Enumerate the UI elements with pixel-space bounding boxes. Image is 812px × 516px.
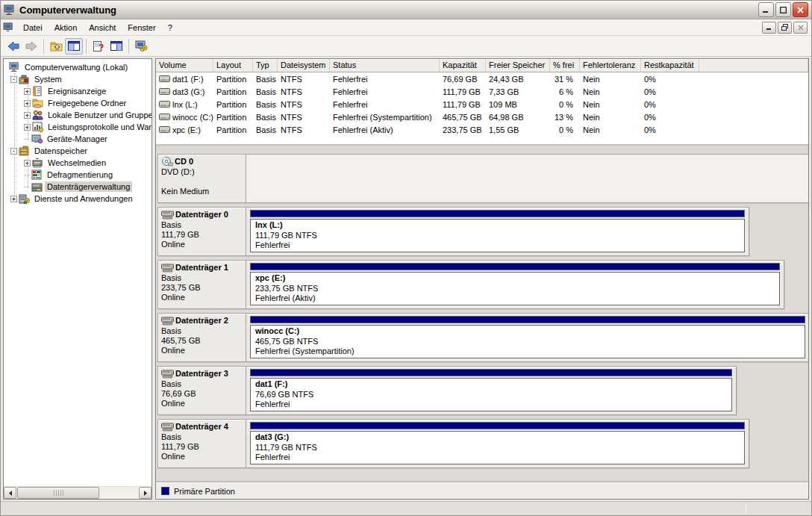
defrag-icon [31, 170, 43, 180]
menu-datei[interactable]: Datei [17, 21, 49, 34]
scrollbar-grip [54, 490, 63, 496]
column-header-restkapazitaet[interactable]: Restkapazität [641, 59, 699, 72]
disk-management-panel: Volume Layout Typ Dateisystem Status Kap… [155, 58, 809, 500]
primary-partition-band [250, 422, 745, 429]
forward-button[interactable] [22, 38, 40, 55]
tree-item-computerverwaltung-lokal[interactable]: Computerverwaltung (Lokal) [4, 61, 152, 73]
tree-connector [24, 175, 30, 175]
mdi-close-button[interactable] [793, 22, 808, 34]
tree-item-dienste-und-anwendungen[interactable]: + Dienste und Anwendungen [4, 193, 152, 205]
toolbar: ? [1, 36, 811, 57]
cd-drive-label[interactable]: CD 0 DVD (D:) Kein Medium [158, 155, 246, 202]
tree-item-datenspeicher[interactable]: - Datenspeicher [4, 145, 152, 157]
volume-row-lnx[interactable]: lnx (L:) Partition Basis NTFS Fehlerfrei… [156, 98, 808, 111]
disk-icon [161, 370, 174, 379]
mdi-minimize-button[interactable] [762, 22, 776, 34]
cd-media-area[interactable] [246, 155, 808, 202]
help-button[interactable]: ? [90, 38, 107, 55]
title-bar: Computerverwaltung [1, 1, 811, 19]
up-folder-icon [50, 41, 63, 52]
menu-bar: Datei Aktion Ansicht Fenster ? [1, 19, 811, 36]
disk-2-volume-info[interactable]: winocc (C:) 465,75 GB NTFS Fehlerfrei (S… [250, 325, 805, 358]
tree-item-datentraegerverwaltung[interactable]: Datenträgerverwaltung [4, 181, 152, 193]
tree-item-freigegebene-ordner[interactable]: + Freigegebene Ordner [4, 97, 152, 109]
column-header-layout[interactable]: Layout [213, 59, 253, 72]
tree-item-system[interactable]: - System [4, 73, 152, 85]
column-header-dateisystem[interactable]: Dateisystem [278, 59, 330, 72]
volume-row-winocc[interactable]: winocc (C:) Partition Basis NTFS Fehlerf… [156, 111, 808, 123]
menu-hilfe[interactable]: ? [162, 21, 178, 34]
tree-guide-line [28, 157, 28, 188]
disk-1-volume-info[interactable]: xpc (E:) 233,75 GB NTFS Fehlerfrei (Akti… [250, 272, 780, 305]
show-hide-console-tree-button[interactable] [65, 38, 83, 55]
disk-2-label[interactable]: Datenträger 2 Basis 465,75 GB Online [158, 314, 246, 361]
window-title: Computerverwaltung [19, 4, 758, 16]
column-header-volume[interactable]: Volume [156, 59, 213, 72]
tree-item-wechselmedien[interactable]: + Wechselmedien [4, 157, 152, 169]
scroll-left-button[interactable] [4, 487, 16, 499]
menu-fenster[interactable]: Fenster [122, 21, 161, 34]
cd-icon [161, 157, 173, 167]
maximize-button[interactable] [775, 2, 791, 17]
cd-medium-status: Kein Medium [161, 187, 243, 196]
pane-splitter[interactable] [156, 144, 808, 152]
local-users-icon [32, 110, 43, 120]
mdi-child-icon[interactable] [3, 22, 14, 33]
column-header-freier-speicher[interactable]: Freier Speicher [486, 59, 550, 72]
tree-connector [24, 139, 30, 140]
scroll-right-button[interactable] [139, 487, 152, 499]
drive-icon [159, 114, 170, 120]
column-header-prozent-frei[interactable]: % frei [550, 59, 580, 72]
disk-3-volume-info[interactable]: dat1 (F:) 76,69 GB NTFS Fehlerfrei [250, 378, 732, 411]
disk-icon [161, 317, 174, 326]
disk-0-volume-info[interactable]: lnx (L:) 111,79 GB NTFS Fehlerfrei [250, 219, 745, 252]
performance-logs-icon [32, 122, 43, 132]
window-bottom-frame [1, 501, 811, 515]
disk-0-label[interactable]: Datenträger 0 Basis 111,79 GB Online [158, 208, 246, 255]
disk-4-partition[interactable]: dat3 (G:) 111,79 GB NTFS Fehlerfrei [246, 420, 749, 467]
scrollbar-thumb[interactable] [17, 487, 99, 499]
drive-icon [159, 126, 170, 133]
toolbar-separator [128, 39, 129, 54]
tree-item-ereignisanzeige[interactable]: + Ereignisanzeige [4, 85, 152, 97]
column-header-kapazitaet[interactable]: Kapazität [440, 59, 486, 72]
mdi-restore-button[interactable] [778, 22, 792, 34]
application-icon [4, 4, 16, 16]
disk-icon [161, 264, 174, 273]
disk-4-label[interactable]: Datenträger 4 Basis 111,79 GB Online [158, 420, 246, 467]
tree-item-leistungsprotokolle[interactable]: + Leistungsprotokolle und War [4, 121, 152, 133]
column-header-fehlertoleranz[interactable]: Fehlertoleranz [580, 59, 641, 72]
disk-4-volume-info[interactable]: dat3 (G:) 111,79 GB NTFS Fehlerfrei [250, 431, 745, 464]
disk-icon [161, 423, 174, 432]
menu-aktion[interactable]: Aktion [49, 21, 84, 34]
disk-2-partition[interactable]: winocc (C:) 465,75 GB NTFS Fehlerfrei (S… [246, 314, 808, 361]
disk-1-partition[interactable]: xpc (E:) 233,75 GB NTFS Fehlerfrei (Akti… [246, 261, 784, 308]
tree-item-defragmentierung[interactable]: Defragmentierung [4, 169, 152, 181]
system-tools-icon [19, 74, 30, 84]
close-button[interactable] [793, 2, 808, 17]
volume-row-xpc[interactable]: xpc (E:) Partition Basis NTFS Fehlerfrei… [156, 123, 808, 136]
primary-partition-band [250, 263, 780, 270]
cd-drive-row: CD 0 DVD (D:) Kein Medium [157, 154, 808, 203]
minimize-button[interactable] [758, 2, 774, 17]
column-header-typ[interactable]: Typ [253, 59, 278, 72]
back-button[interactable] [4, 38, 22, 55]
console-window-button[interactable] [132, 38, 150, 55]
console-tree-panel: Computerverwaltung (Lokal) - System + Er… [3, 58, 152, 500]
show-hide-detail-pane-button[interactable] [107, 38, 125, 55]
disk-1-row: Datenträger 1 Basis 233,75 GB Online xpc… [157, 260, 784, 309]
volume-row-dat1[interactable]: dat1 (F:) Partition Basis NTFS Fehlerfre… [156, 72, 808, 85]
menu-ansicht[interactable]: Ansicht [83, 21, 122, 34]
disk-3-label[interactable]: Datenträger 3 Basis 76,69 GB Online [158, 367, 246, 414]
graphical-view: CD 0 DVD (D:) Kein Medium Datenträger 0 … [156, 152, 808, 482]
scrollbar-track[interactable] [100, 487, 139, 499]
disk-0-partition[interactable]: lnx (L:) 111,79 GB NTFS Fehlerfrei [246, 208, 749, 255]
tree-item-geraete-manager[interactable]: Geräte-Manager [4, 133, 152, 145]
disk-1-label[interactable]: Datenträger 1 Basis 233,75 GB Online [158, 261, 246, 308]
up-one-level-button[interactable] [47, 38, 65, 55]
column-header-status[interactable]: Status [330, 59, 440, 72]
volume-row-dat3[interactable]: dat3 (G:) Partition Basis NTFS Fehlerfre… [156, 85, 808, 98]
tree-item-lokale-benutzer-und-gruppen[interactable]: + Lokale Benutzer und Gruppe [4, 109, 152, 121]
back-icon [7, 41, 19, 52]
disk-3-partition[interactable]: dat1 (F:) 76,69 GB NTFS Fehlerfrei [246, 367, 736, 414]
